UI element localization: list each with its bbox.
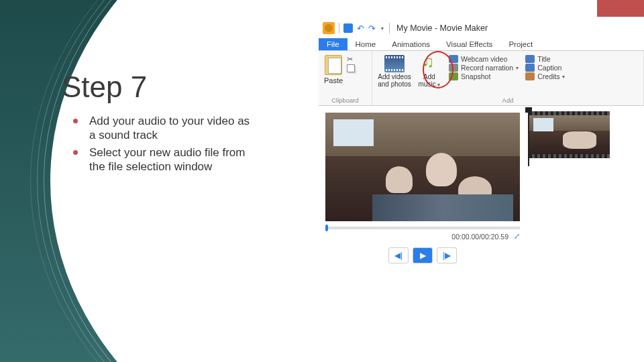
clip-thumbnail[interactable] <box>529 111 610 158</box>
video-preview[interactable] <box>325 113 520 221</box>
bullet-item: Select your new audio file from the file… <box>70 145 258 174</box>
scrub-bar[interactable] <box>325 227 520 229</box>
app-icon[interactable] <box>323 22 335 34</box>
chevron-down-icon[interactable]: ▾ <box>437 82 440 88</box>
movie-maker-window: ↶ ↷ ▾ My Movie - Movie Maker File Home A… <box>319 20 644 315</box>
chevron-down-icon[interactable]: ▾ <box>562 74 565 80</box>
prev-frame-button[interactable]: ◀| <box>388 247 409 263</box>
webcam-icon <box>449 55 458 63</box>
caption-icon <box>525 64 535 72</box>
separator <box>389 23 390 34</box>
stage: 00:00.00/00:20.59 ⤢ ◀| ▶ |▶ <box>319 106 644 320</box>
play-button[interactable]: ▶ <box>413 247 433 263</box>
add-music-label: Add music <box>419 73 436 88</box>
window-title: My Movie - Movie Maker <box>396 23 488 33</box>
separator <box>339 23 339 34</box>
webcam-video-button[interactable]: Webcam video <box>449 55 519 63</box>
ribbon-group-clipboard: Paste ✂ Clipboard <box>319 51 372 105</box>
add-videos-button[interactable]: Add videos and photos <box>376 54 413 88</box>
tab-animations[interactable]: Animations <box>384 38 438 50</box>
preview-pane: 00:00.00/00:20.59 ⤢ ◀| ▶ |▶ <box>319 106 527 320</box>
cut-icon[interactable]: ✂ <box>347 55 355 63</box>
music-note-icon <box>422 55 437 72</box>
bullet-item: Add your audio to your video as a sound … <box>70 114 258 143</box>
film-icon <box>384 55 405 72</box>
snapshot-button[interactable]: Snapshot <box>449 72 519 80</box>
playhead[interactable] <box>528 110 529 166</box>
bullet-list: Add your audio to your video as a sound … <box>70 114 258 176</box>
tab-home[interactable]: Home <box>347 38 384 50</box>
accent-block <box>597 0 644 17</box>
chevron-down-icon[interactable]: ▾ <box>516 65 519 71</box>
playback-controls: ◀| ▶ |▶ <box>325 247 520 263</box>
add-videos-label: Add videos and photos <box>376 74 413 88</box>
paste-label: Paste <box>323 76 344 84</box>
quick-access-toolbar: ↶ ↷ ▾ My Movie - Movie Maker <box>319 20 644 36</box>
next-frame-button[interactable]: |▶ <box>437 247 457 263</box>
undo-icon[interactable]: ↶ <box>357 23 364 34</box>
tab-project[interactable]: Project <box>500 38 541 50</box>
timeline-pane <box>527 106 644 320</box>
microphone-icon <box>449 64 458 72</box>
title-icon <box>525 55 535 63</box>
paste-icon <box>325 55 342 75</box>
credits-icon <box>525 72 535 80</box>
slide-title: Step 7 <box>62 70 147 104</box>
caption-button[interactable]: Caption <box>525 64 565 72</box>
fullscreen-icon[interactable]: ⤢ <box>514 232 520 241</box>
tab-visual-effects[interactable]: Visual Effects <box>438 38 500 50</box>
ribbon: Paste ✂ Clipboard Add videos and photos <box>319 51 644 106</box>
group-label-clipboard: Clipboard <box>323 97 368 104</box>
group-label-add: Add <box>376 97 639 104</box>
save-icon[interactable] <box>343 23 353 33</box>
ribbon-tabs: File Home Animations Visual Effects Proj… <box>319 36 644 51</box>
copy-icon[interactable] <box>347 64 355 72</box>
redo-icon[interactable]: ↷ <box>368 23 376 34</box>
snapshot-icon <box>449 72 458 80</box>
add-music-button[interactable]: Add music ▾ <box>415 54 443 88</box>
credits-button[interactable]: Credits▾ <box>525 72 565 80</box>
qat-dropdown-icon[interactable]: ▾ <box>380 25 385 32</box>
ribbon-group-add: Add videos and photos Add music ▾ Webcam… <box>372 51 644 105</box>
timecode: 00:00.00/00:20.59 <box>451 233 508 241</box>
slide-background <box>0 0 319 362</box>
title-button[interactable]: Title <box>525 55 565 63</box>
paste-button[interactable]: Paste <box>323 54 344 84</box>
tab-file[interactable]: File <box>319 38 347 50</box>
record-narration-button[interactable]: Record narration▾ <box>449 64 519 72</box>
